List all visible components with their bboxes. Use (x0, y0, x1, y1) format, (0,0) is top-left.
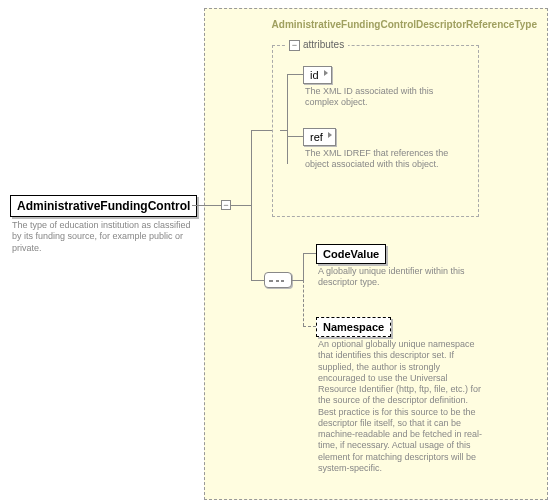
connector-line (303, 253, 316, 254)
complex-type-name: AdministrativeFundingControlDescriptorRe… (272, 19, 537, 30)
attribute-ref-label: ref (310, 131, 323, 143)
sequence-compositor-icon (264, 272, 292, 288)
root-element-box[interactable]: AdministrativeFundingControl (10, 195, 197, 217)
schema-diagram: AdministrativeFundingControlDescriptorRe… (0, 0, 555, 502)
junction-icon: − (221, 200, 231, 210)
element-namespace-label: Namespace (323, 321, 384, 333)
root-element-description: The type of education institution as cla… (12, 220, 192, 254)
connector-line-optional (303, 280, 304, 326)
element-codevalue-label: CodeValue (323, 248, 379, 260)
connector-line (192, 205, 221, 206)
attribute-id-description: The XML ID associated with this complex … (305, 86, 465, 109)
connector-line (280, 130, 287, 131)
connector-line (251, 280, 264, 281)
connector-line (251, 130, 252, 280)
attributes-header: −attributes (285, 39, 348, 51)
connector-line (287, 136, 303, 137)
connector-line (251, 130, 272, 131)
element-namespace[interactable]: Namespace (316, 317, 391, 337)
connector-line-optional (303, 326, 316, 327)
element-codevalue-description: A globally unique identifier within this… (318, 266, 488, 289)
element-namespace-description: An optional globally unique namespace th… (318, 339, 488, 474)
connector-line (287, 74, 288, 164)
connector-line (231, 205, 251, 206)
minus-icon: − (289, 40, 300, 51)
attribute-id-label: id (310, 69, 319, 81)
root-element-label: AdministrativeFundingControl (17, 199, 190, 213)
connector-line (303, 253, 304, 280)
attribute-ref-description: The XML IDREF that references the object… (305, 148, 465, 171)
attribute-ref[interactable]: ref (303, 128, 336, 146)
attribute-id[interactable]: id (303, 66, 332, 84)
connector-line (287, 74, 303, 75)
element-codevalue[interactable]: CodeValue (316, 244, 386, 264)
connector-line (292, 280, 303, 281)
